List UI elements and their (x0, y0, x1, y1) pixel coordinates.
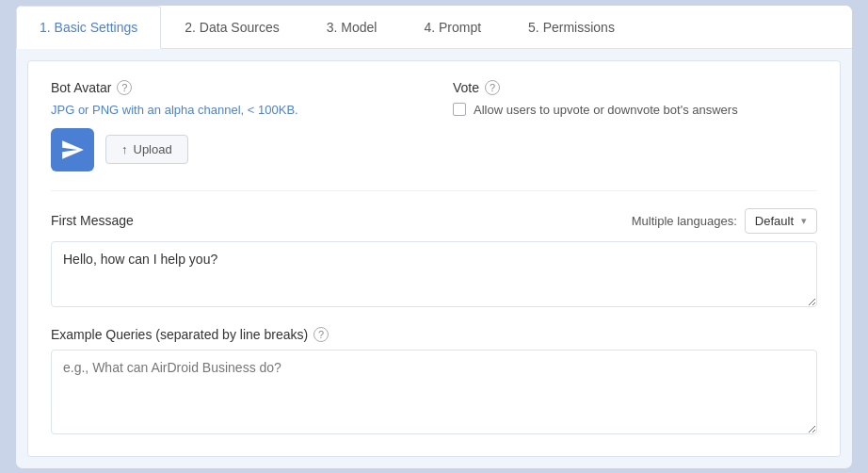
avatar-row: ↑ Upload (51, 128, 415, 171)
vote-section: Vote ? Allow users to upvote or downvote… (453, 80, 817, 171)
tab-data-sources[interactable]: 2. Data Sources (161, 6, 302, 49)
vote-checkbox[interactable] (453, 103, 466, 116)
vote-checkbox-label: Allow users to upvote or downvote bot's … (474, 103, 738, 117)
upload-arrow-icon: ↑ (121, 142, 128, 156)
vote-label-row: Vote ? (453, 80, 817, 95)
first-message-label: First Message (51, 213, 134, 228)
first-message-textarea[interactable] (51, 241, 817, 307)
main-container: 1. Basic Settings 2. Data Sources 3. Mod… (15, 5, 853, 469)
lang-value: Default (755, 214, 794, 228)
tab-model[interactable]: 3. Model (303, 6, 401, 49)
top-section: Bot Avatar ? JPG or PNG with an alpha ch… (51, 80, 817, 191)
language-select[interactable]: Default ▾ (745, 208, 817, 234)
vote-help-icon[interactable]: ? (485, 80, 500, 95)
bot-avatar-section: Bot Avatar ? JPG or PNG with an alpha ch… (51, 80, 415, 171)
avatar-preview (51, 128, 94, 171)
upload-label: Upload (134, 142, 172, 156)
upload-button[interactable]: ↑ Upload (105, 135, 188, 164)
example-queries-textarea[interactable] (51, 350, 817, 434)
vote-label: Vote (453, 80, 479, 95)
content-area: Bot Avatar ? JPG or PNG with an alpha ch… (27, 60, 841, 457)
bot-avatar-label-row: Bot Avatar ? (51, 80, 415, 95)
avatar-hint: JPG or PNG with an alpha channel, < 100K… (51, 103, 415, 117)
vote-checkbox-row: Allow users to upvote or downvote bot's … (453, 103, 817, 117)
tab-prompt[interactable]: 4. Prompt (400, 6, 505, 49)
bot-avatar-help-icon[interactable]: ? (117, 80, 132, 95)
example-queries-label-row: Example Queries (separated by line break… (51, 327, 817, 342)
tab-permissions[interactable]: 5. Permissions (505, 6, 638, 49)
example-queries-label: Example Queries (separated by line break… (51, 327, 308, 342)
lang-row: Multiple languages: Default ▾ (632, 208, 817, 234)
tab-bar: 1. Basic Settings 2. Data Sources 3. Mod… (16, 6, 852, 49)
bot-avatar-label: Bot Avatar (51, 80, 111, 95)
tab-basic-settings[interactable]: 1. Basic Settings (16, 6, 161, 49)
lang-label: Multiple languages: (632, 214, 737, 228)
first-message-row: First Message Multiple languages: Defaul… (51, 208, 817, 234)
paper-plane-icon (60, 138, 85, 162)
example-queries-help-icon[interactable]: ? (313, 327, 329, 342)
chevron-down-icon: ▾ (801, 215, 807, 227)
